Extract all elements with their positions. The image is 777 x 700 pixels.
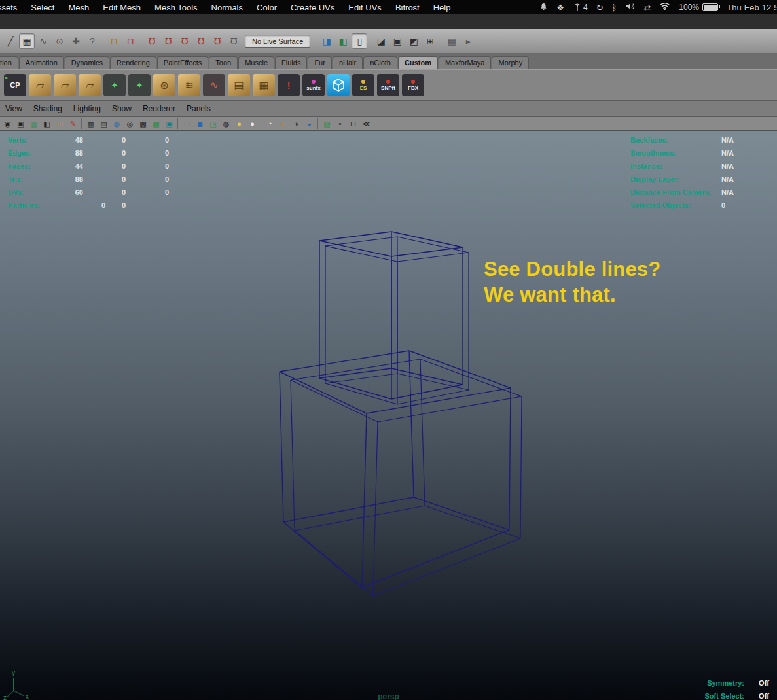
history-toggle-icon[interactable]: ◧	[335, 33, 351, 49]
panel-menu-panels[interactable]: Panels	[187, 104, 211, 113]
expand-arrow-icon[interactable]: ▸	[460, 33, 476, 49]
green-checker-icon[interactable]: ▩	[150, 118, 162, 130]
field-chart-icon[interactable]: ⊞	[54, 118, 66, 130]
lock-icon[interactable]: ⊓	[106, 33, 122, 49]
menu-assets[interactable]: ssets	[0, 3, 17, 12]
cp-shelf-button[interactable]: ▸ CP	[4, 74, 26, 96]
stacked-boxes-1-icon[interactable]: ▤	[228, 74, 250, 96]
menu-edit-uvs[interactable]: Edit UVs	[348, 3, 382, 12]
dropbox-icon[interactable]: ❖	[556, 3, 564, 12]
panel-menu-shading[interactable]: Shading	[33, 104, 62, 113]
es-shelf-button[interactable]: ES	[352, 74, 374, 96]
menu-select[interactable]: Select	[31, 3, 54, 12]
fbx-shelf-button[interactable]: FBX	[402, 74, 424, 96]
scatter-tool-2-icon[interactable]: ✦	[128, 74, 151, 96]
stacked-boxes-2-icon[interactable]: ▦	[253, 74, 275, 96]
viewport-persp[interactable]: Verts: 48 0 0 Edges: 88 0 0 Faces: 44 0 …	[0, 131, 777, 700]
menu-mesh[interactable]: Mesh	[68, 3, 89, 12]
snap-to-points-icon[interactable]: ℧	[177, 33, 192, 49]
shelf-tab-animation[interactable]: Animation	[19, 56, 64, 69]
gate-mask-icon[interactable]: ◧	[41, 118, 53, 130]
quick-help-icon[interactable]: ?	[84, 33, 100, 49]
globe-icon[interactable]: ◍	[111, 118, 123, 130]
poly-primitive-3-icon[interactable]: ▱	[79, 74, 101, 96]
shelf-tab-deformation[interactable]: ation	[0, 56, 18, 69]
panel-menu-show[interactable]: Show	[112, 104, 132, 113]
construction-history-icon[interactable]: ◨	[319, 33, 334, 49]
shelf-tab-ncloth[interactable]: nCloth	[363, 56, 397, 69]
menu-edit-mesh[interactable]: Edit Mesh	[103, 3, 141, 12]
exclamation-tool-icon[interactable]: !	[278, 74, 300, 96]
wire-cube-icon[interactable]: □	[181, 118, 193, 130]
shelf-tab-maxformaya[interactable]: MaxforMaya	[439, 56, 492, 69]
panel-menu-renderer[interactable]: Renderer	[143, 104, 175, 113]
wireframe-geometry[interactable]	[0, 131, 777, 700]
snap-to-projected-center-icon[interactable]: ℧	[193, 33, 209, 49]
resolution-gate-icon[interactable]: ▥	[27, 118, 40, 130]
live-surface-field[interactable]: No Live Surface	[245, 35, 310, 48]
shelf-tab-dynamics[interactable]: Dynamics	[65, 56, 109, 69]
bluetooth-icon[interactable]: ᛒ	[612, 3, 617, 12]
battery-indicator[interactable]: 100%	[679, 3, 718, 12]
volume-icon[interactable]	[625, 2, 635, 12]
pencil-slash-icon[interactable]: ╱	[3, 33, 18, 49]
make-live-icon[interactable]: ℧	[226, 33, 242, 49]
ipr-render-icon[interactable]: ◩	[406, 33, 422, 49]
object-mode-icon[interactable]: ▦	[19, 33, 35, 49]
lattice-sphere-icon[interactable]: ⊛	[153, 74, 175, 96]
plus-tool-icon[interactable]: ✚	[68, 33, 84, 49]
solid-box-icon[interactable]: ◼	[194, 118, 206, 130]
render-current-frame-icon[interactable]: ▣	[389, 33, 405, 49]
graph-icon[interactable]: ▧	[321, 118, 333, 130]
shelf-tab-morphy[interactable]: Morphy	[492, 56, 529, 69]
shaded-ball-icon[interactable]: ◐	[277, 118, 289, 130]
menubar-clock[interactable]: Thu Feb 12 5:1	[727, 3, 777, 12]
checker-icon[interactable]: ▩	[137, 118, 149, 130]
wifi-icon[interactable]	[659, 2, 670, 12]
scene-page-icon[interactable]: ▯	[352, 33, 367, 49]
render-view-icon[interactable]: ◪	[373, 33, 389, 49]
rings-icon[interactable]: ⊙	[52, 33, 67, 49]
corner-frame-icon[interactable]: ◳	[207, 118, 219, 130]
gray-light-icon[interactable]: ●	[246, 118, 259, 130]
menu-help[interactable]: Help	[433, 3, 451, 12]
film-strip-icon[interactable]: ▤	[98, 118, 110, 130]
half-shade-icon[interactable]: ◑	[290, 118, 302, 130]
snap-to-grids-icon[interactable]: ℧	[144, 33, 160, 49]
texture-pattern-icon[interactable]: ▩	[444, 33, 460, 49]
manipulator-icon[interactable]: ◔	[264, 118, 276, 130]
share-icon[interactable]: ≪	[360, 118, 372, 130]
signal-icon[interactable]: 4	[573, 3, 588, 12]
shelf-tab-rendering[interactable]: Rendering	[110, 56, 156, 69]
textured-ball-icon[interactable]: ◒	[303, 118, 316, 130]
checker-sphere-icon[interactable]: ◍	[220, 118, 232, 130]
shelf-tab-fluids[interactable]: Fluids	[275, 56, 307, 69]
poly-primitive-1-icon[interactable]: ▱	[29, 74, 51, 96]
snap-to-view-planes-icon[interactable]: ℧	[209, 33, 225, 49]
panel-menu-lighting[interactable]: Lighting	[73, 104, 101, 113]
menu-mesh-tools[interactable]: Mesh Tools	[154, 3, 198, 12]
menu-color[interactable]: Color	[257, 3, 277, 12]
snpft-shelf-button[interactable]: SNPft	[377, 74, 399, 96]
scatter-tool-1-icon[interactable]: ✦	[103, 74, 126, 96]
layered-discs-icon[interactable]: ≋	[178, 74, 200, 96]
panel-menu-view[interactable]: View	[5, 104, 22, 113]
io-arrows-icon[interactable]: ⇄	[643, 3, 651, 12]
pencil-icon[interactable]: ✎	[67, 118, 79, 130]
soft-mod-icon[interactable]: ∿	[35, 33, 51, 49]
curve-points-icon[interactable]: ∿	[203, 74, 225, 96]
notification-bell-icon[interactable]	[539, 2, 548, 13]
shelf-tab-muscle[interactable]: Muscle	[238, 56, 274, 69]
shelf-tab-painteffects[interactable]: PaintEffects	[157, 56, 209, 69]
sunfx-shelf-button[interactable]: sunfx	[302, 74, 325, 96]
film-gate-icon[interactable]: ▣	[14, 118, 27, 130]
teal-box-icon[interactable]: ▣	[163, 118, 175, 130]
shelf-tab-nhair[interactable]: nHair	[333, 56, 363, 69]
camera-icon[interactable]: ◉	[1, 118, 14, 130]
menu-bifrost[interactable]: Bifrost	[395, 3, 420, 12]
snap-to-curves-icon[interactable]: ℧	[160, 33, 176, 49]
frame-icon[interactable]: ⊡	[347, 118, 359, 130]
unlock-icon[interactable]: ⊓	[122, 33, 138, 49]
render-settings-icon[interactable]: ⊞	[422, 33, 438, 49]
menu-create-uvs[interactable]: Create UVs	[291, 3, 334, 12]
